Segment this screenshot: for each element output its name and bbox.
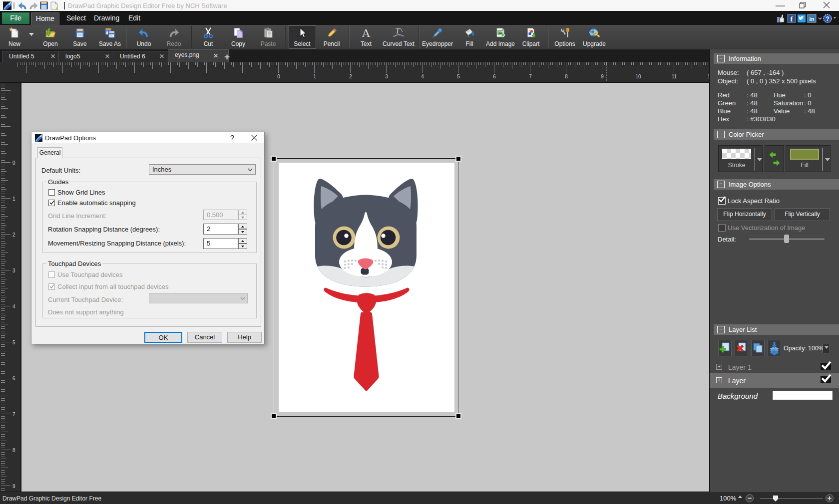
svg-text:5: 5 bbox=[12, 340, 15, 345]
svg-text:9: 9 bbox=[12, 484, 15, 489]
svg-text:0: 0 bbox=[277, 74, 280, 79]
svg-text:T: T bbox=[396, 27, 401, 35]
svg-text:4: 4 bbox=[12, 304, 15, 309]
svg-text:6: 6 bbox=[493, 74, 496, 79]
svg-text:8: 8 bbox=[565, 74, 568, 79]
svg-text:4: 4 bbox=[421, 74, 424, 79]
svg-text:6: 6 bbox=[12, 376, 15, 381]
svg-text:7: 7 bbox=[529, 74, 532, 79]
svg-text:9: 9 bbox=[601, 74, 604, 79]
svg-text:1: 1 bbox=[12, 196, 15, 202]
svg-text:7: 7 bbox=[12, 412, 15, 417]
svg-text:0: 0 bbox=[12, 160, 15, 166]
svg-text:8: 8 bbox=[12, 448, 15, 453]
svg-text:in: in bbox=[810, 16, 815, 22]
svg-text:10: 10 bbox=[635, 74, 641, 79]
svg-text:3: 3 bbox=[385, 74, 388, 79]
svg-text:2: 2 bbox=[12, 232, 15, 238]
svg-text:5: 5 bbox=[457, 74, 460, 79]
svg-text:3: 3 bbox=[12, 268, 15, 273]
svg-text:1: 1 bbox=[313, 74, 316, 79]
svg-text:A: A bbox=[362, 27, 371, 39]
svg-text:11: 11 bbox=[672, 74, 677, 79]
svg-text:2: 2 bbox=[349, 74, 352, 79]
svg-text:?: ? bbox=[826, 15, 829, 22]
